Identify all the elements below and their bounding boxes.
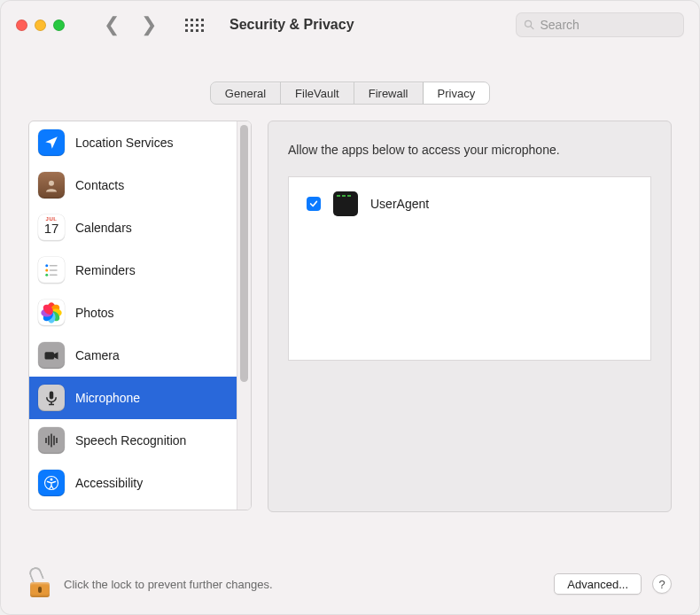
search-field[interactable] [516, 12, 684, 37]
nav-arrows: ❮ ❯ [104, 15, 157, 35]
sidebar-item-reminders[interactable]: Reminders [29, 249, 238, 292]
photos-flower-icon [38, 300, 65, 326]
sidebar-item-label: Reminders [75, 263, 136, 277]
search-icon [524, 19, 535, 31]
sidebar-item-location-services[interactable]: Location Services [29, 121, 238, 164]
scrollbar-thumb[interactable] [240, 125, 248, 382]
tab-privacy[interactable]: Privacy [424, 82, 490, 104]
tabs-row: General FileVault Firewall Privacy [0, 82, 700, 105]
svg-point-5 [45, 269, 48, 272]
svg-rect-16 [53, 436, 55, 446]
back-button[interactable]: ❮ [104, 15, 120, 35]
svg-rect-8 [50, 275, 58, 276]
svg-line-1 [531, 27, 533, 29]
preferences-window: ❮ ❯ Security & Privacy General FileVault… [0, 0, 700, 615]
tabs: General FileVault Firewall Privacy [210, 82, 490, 105]
sidebar-item-label: Speech Recognition [75, 433, 186, 448]
svg-rect-17 [56, 438, 58, 443]
content: Location Services Contacts JUL 17 Calend… [0, 105, 700, 512]
microphone-icon [38, 385, 65, 411]
contact-card-icon [38, 172, 65, 199]
search-input[interactable] [541, 18, 677, 32]
advanced-button[interactable]: Advanced... [554, 573, 642, 595]
svg-rect-13 [45, 438, 47, 443]
camera-icon [38, 342, 65, 369]
footer: Click the lock to prevent further change… [0, 553, 700, 615]
sidebar-item-camera[interactable]: Camera [29, 334, 238, 377]
svg-rect-14 [48, 436, 50, 446]
sidebar-item-contacts[interactable]: Contacts [29, 164, 238, 206]
waveform-icon [38, 427, 65, 454]
svg-rect-6 [50, 269, 58, 271]
sidebar-item-label: Accessibility [75, 476, 143, 490]
sidebar-item-label: Camera [75, 348, 120, 362]
sidebar-item-label: Microphone [75, 391, 140, 405]
sidebar-item-calendars[interactable]: JUL 17 Calendars [29, 206, 238, 249]
lock-icon[interactable] [28, 571, 51, 597]
svg-point-7 [45, 274, 48, 276]
svg-point-19 [51, 478, 53, 480]
tab-firewall[interactable]: Firewall [354, 82, 424, 104]
svg-point-3 [45, 264, 48, 267]
location-arrow-icon [38, 129, 65, 156]
search-wrap [516, 12, 684, 37]
panel-description: Allow the apps below to access your micr… [288, 143, 651, 157]
lock-text: Click the lock to prevent further change… [64, 578, 273, 591]
sidebar: Location Services Contacts JUL 17 Calend… [28, 121, 252, 510]
tab-filevault[interactable]: FileVault [281, 82, 354, 104]
sidebar-item-label: Photos [75, 306, 114, 320]
close-button[interactable] [16, 19, 27, 31]
main-panel: Allow the apps below to access your micr… [268, 121, 672, 512]
sidebar-item-label: Contacts [75, 178, 124, 192]
sidebar-item-speech-recognition[interactable]: Speech Recognition [29, 419, 238, 462]
app-checkbox[interactable] [307, 197, 321, 211]
forward-button[interactable]: ❯ [141, 15, 157, 35]
calendar-icon: JUL 17 [38, 214, 65, 241]
app-list: UserAgent [288, 176, 651, 361]
sidebar-item-label: Calendars [75, 221, 132, 235]
zoom-button[interactable] [53, 19, 65, 31]
window-title: Security & Privacy [229, 17, 354, 33]
list-bullets-icon [38, 257, 65, 284]
minimize-button[interactable] [35, 19, 46, 31]
help-button[interactable]: ? [652, 574, 672, 594]
app-name: UserAgent [370, 197, 429, 211]
svg-point-2 [49, 181, 54, 186]
svg-rect-10 [50, 392, 54, 400]
terminal-icon [333, 191, 358, 216]
sidebar-item-photos[interactable]: Photos [29, 292, 238, 334]
traffic-lights [16, 19, 65, 31]
show-all-icon[interactable] [185, 16, 203, 34]
footer-right: Advanced... ? [554, 573, 672, 595]
titlebar: ❮ ❯ Security & Privacy [0, 0, 700, 50]
svg-rect-15 [51, 434, 52, 448]
tab-general[interactable]: General [211, 82, 281, 104]
sidebar-item-label: Location Services [75, 136, 174, 150]
sidebar-scrollbar[interactable] [237, 121, 251, 510]
svg-rect-4 [50, 265, 58, 267]
accessibility-icon [38, 470, 65, 496]
app-row: UserAgent [307, 191, 633, 216]
sidebar-item-accessibility[interactable]: Accessibility [29, 462, 238, 504]
sidebar-item-microphone[interactable]: Microphone [29, 377, 238, 419]
svg-rect-9 [45, 352, 55, 359]
